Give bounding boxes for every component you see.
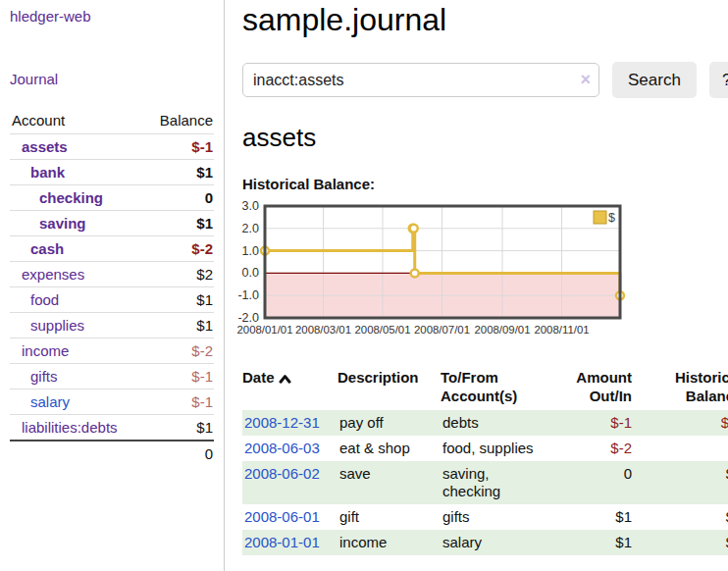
account-link[interactable]: assets (22, 138, 68, 155)
register-description: eat & shop (338, 436, 441, 461)
accounts-total-row: 0 (10, 441, 214, 466)
account-balance: $2 (144, 262, 214, 287)
account-link[interactable]: checking (39, 189, 103, 206)
account-link[interactable]: food (30, 291, 59, 308)
register-row: 2008-12-31pay offdebts$-1$-1 (242, 410, 728, 436)
y-tick-label: 0.0 (242, 266, 259, 280)
account-row: gifts$-1 (10, 364, 214, 389)
account-link[interactable]: cash (30, 240, 64, 257)
x-tick-label: 2008/07/01 (414, 324, 470, 336)
register-amount: $-1 (550, 410, 634, 436)
y-tick-label: 2.0 (242, 222, 259, 235)
journal-link[interactable]: Journal (10, 71, 58, 87)
account-balance: $-2 (144, 236, 214, 262)
register-accounts: saving, checking (441, 461, 550, 504)
balance-chart: $3.02.01.00.0-1.0-2.02008/01/012008/03/0… (234, 199, 728, 350)
register-header-1[interactable]: Date (242, 365, 338, 410)
register-date-link[interactable]: 2008-06-03 (244, 440, 320, 456)
register-row: 2008-01-01incomesalary$1$1 (242, 530, 728, 555)
register-header-4: Amount Out/In (550, 365, 634, 410)
accounts-table: Account Balance assets$-1bank$1checking0… (10, 108, 214, 466)
account-link[interactable]: income (22, 342, 69, 359)
data-point-marker (410, 225, 418, 233)
account-link[interactable]: expenses (22, 266, 84, 283)
sidebar: hledger-web Journal Account Balance asse… (0, 0, 225, 571)
register-balance: $2 (634, 504, 728, 530)
account-link[interactable]: gifts (30, 368, 58, 385)
brand-link[interactable]: hledger-web (10, 8, 91, 25)
page-title: sample.journal (242, 2, 728, 38)
account-row: liabilities:debts$1 (10, 415, 214, 441)
register-accounts: salary (441, 530, 550, 555)
register-row: 2008-06-02savesaving, checking0$2 (242, 461, 728, 504)
app-window: hledger-web Journal Account Balance asse… (0, 0, 728, 571)
register-date-link[interactable]: 2008-01-01 (244, 534, 320, 550)
chart-title: Historical Balance: (242, 176, 728, 192)
help-button[interactable]: ? (709, 62, 728, 98)
y-tick-label: 1.0 (242, 244, 259, 258)
search-row: × Search ? (242, 62, 728, 98)
account-link[interactable]: liabilities:debts (22, 419, 118, 436)
account-balance: $1 (144, 160, 214, 185)
register-amount: 0 (550, 461, 634, 504)
account-link[interactable]: salary (30, 393, 70, 410)
y-tick-label: -2.0 (237, 311, 259, 325)
register-date-link[interactable]: 2008-06-01 (244, 508, 320, 525)
account-balance: 0 (144, 185, 214, 211)
balance-chart-svg: $3.02.01.00.0-1.0-2.02008/01/012008/03/0… (234, 199, 628, 346)
accounts-header-balance: Balance (144, 108, 214, 134)
clear-search-icon[interactable]: × (580, 69, 591, 90)
legend-swatch (594, 211, 606, 224)
accounts-total: 0 (144, 441, 214, 466)
account-link[interactable]: bank (30, 164, 65, 181)
account-balance: $-2 (144, 338, 214, 364)
account-row: checking0 (10, 185, 214, 211)
register-description: pay off (338, 410, 441, 436)
account-link[interactable]: saving (39, 215, 86, 232)
register-description: income (338, 530, 441, 555)
sort-asc-icon (279, 374, 291, 384)
account-balance: $1 (144, 211, 214, 236)
register-date-link[interactable]: 2008-12-31 (244, 414, 320, 431)
accounts-total-spacer (10, 441, 144, 466)
account-row: bank$1 (10, 160, 214, 185)
accounts-header-row: Account Balance (10, 108, 214, 134)
account-balance: $-1 (144, 134, 214, 160)
account-row: assets$-1 (10, 134, 214, 160)
account-balance: $1 (144, 313, 214, 338)
account-row: income$-2 (10, 338, 214, 364)
account-row: saving$1 (10, 211, 214, 236)
y-tick-label: 3.0 (242, 199, 259, 213)
register-amount: $1 (550, 504, 634, 530)
account-balance: $-1 (144, 389, 214, 415)
search-input[interactable] (242, 63, 599, 97)
accounts-header-account: Account (10, 108, 144, 134)
register-date-link[interactable]: 2008-06-02 (244, 465, 320, 482)
main-content: sample.journal × Search ? assets Histori… (225, 0, 728, 571)
register-row: 2008-06-01giftgifts$1$2 (242, 504, 728, 530)
register-amount: $1 (550, 530, 634, 555)
account-balance: $1 (144, 287, 214, 313)
x-tick-label: 2008/03/01 (295, 324, 351, 336)
register-balance: 0 (634, 436, 728, 461)
brand: hledger-web (10, 8, 214, 25)
account-row: salary$-1 (10, 389, 214, 415)
register-header-row: DateDescriptionTo/From Account(s)Amount … (242, 365, 728, 410)
search-button[interactable]: Search (612, 62, 697, 98)
register-amount: $-2 (550, 436, 634, 461)
x-tick-label: 2008/11/01 (534, 324, 589, 336)
account-link[interactable]: supplies (30, 317, 84, 334)
x-tick-label: 2008/09/01 (474, 324, 530, 336)
search-box: × (242, 63, 599, 97)
register-accounts: debts (441, 410, 550, 436)
x-tick-label: 2008/01/01 (236, 324, 292, 336)
register-table: DateDescriptionTo/From Account(s)Amount … (242, 365, 728, 555)
register-description: save (338, 461, 441, 504)
accounts-table-body: assets$-1bank$1checking0saving$1cash$-2e… (10, 134, 214, 441)
register-description: gift (338, 504, 441, 530)
account-balance: $-1 (144, 364, 214, 389)
register-row: 2008-06-03eat & shopfood, supplies$-20 (242, 436, 728, 461)
register-header-3: To/From Account(s) (441, 365, 550, 410)
account-row: supplies$1 (10, 313, 214, 338)
data-point-marker (411, 269, 419, 277)
